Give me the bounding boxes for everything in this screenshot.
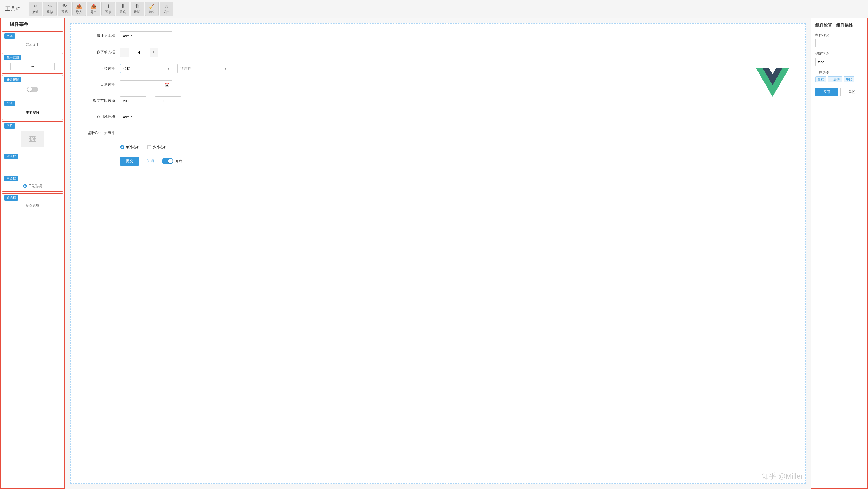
checkbox-demo[interactable]: 多选选项 — [26, 203, 39, 208]
watermark: 知乎 @Miller — [762, 471, 803, 481]
vue-logo — [756, 65, 789, 99]
preview-button[interactable]: 👁 预览 — [58, 2, 71, 16]
range-input-from[interactable] — [10, 63, 29, 70]
undo-button[interactable]: ↩ 撤销 — [29, 2, 42, 16]
number-range-tag: 数字范围 — [4, 55, 21, 60]
left-panel: ☰ 组件菜单 文本 普通文本 数字范围 ～ 开关按钮 — [0, 18, 65, 489]
import-label: 导入 — [76, 10, 82, 14]
number-range-inputs: ～ — [120, 96, 181, 105]
toggle-on-track[interactable] — [162, 158, 173, 164]
range-to-input[interactable] — [155, 96, 181, 105]
image-section: 图片 🖼 — [2, 121, 63, 150]
radio-option-1-label: 单选选项 — [126, 145, 140, 150]
bind-field-label: 绑定字段 — [815, 52, 863, 56]
select-field-label: 下拉选择 — [86, 66, 115, 71]
toggle-tag: 开关按钮 — [4, 77, 21, 83]
option-tag-2[interactable]: 牛奶 — [843, 76, 855, 83]
select-field-row: 下拉选择 蛋糕 请选择 — [86, 64, 789, 73]
chevron-down-icon-1 — [168, 67, 169, 71]
number-decrease-button[interactable]: − — [120, 48, 129, 57]
submit-button[interactable]: 提交 — [120, 157, 139, 165]
checkbox-label: 多选选项 — [26, 203, 39, 208]
redo-label: 重做 — [47, 10, 53, 14]
vue-logo-area — [756, 65, 789, 100]
import-button[interactable]: 📥 导入 — [72, 2, 86, 16]
checkbox-tag: 多选框 — [4, 195, 18, 201]
close-toolbar-label: 关闭 — [163, 10, 169, 14]
button-tag: 按钮 — [4, 101, 15, 106]
close-toolbar-icon: ✕ — [164, 3, 168, 9]
text-field-input[interactable] — [120, 31, 172, 40]
plain-text-item[interactable]: 普通文本 — [26, 42, 39, 47]
toggle-on-label: 开启 — [175, 159, 182, 163]
apply-button[interactable]: 应用 — [815, 88, 838, 96]
range-tilde: ～ — [31, 64, 34, 69]
range-input-to[interactable] — [36, 63, 55, 70]
date-input[interactable] — [120, 80, 172, 89]
image-demo[interactable]: 🖼 — [21, 131, 44, 147]
listen-field-row: 监听Change事件 — [86, 129, 789, 137]
tab-component-settings[interactable]: 组件设置 — [815, 23, 832, 28]
close-toolbar-button[interactable]: ✕ 关闭 — [160, 2, 173, 16]
number-input[interactable] — [129, 48, 150, 57]
export-button[interactable]: 📤 导出 — [87, 2, 100, 16]
radio-section: 单选框 单选选项 — [2, 174, 63, 192]
dropdown-options-list: 蛋糕 千层饼 牛奶 — [815, 76, 863, 83]
range-from-input[interactable] — [120, 96, 146, 105]
panel-header: ☰ 组件菜单 — [1, 19, 64, 30]
option-tag-1[interactable]: 千层饼 — [828, 76, 842, 83]
dropdown-options-section: 下拉选项 蛋糕 千层饼 牛奶 — [815, 70, 863, 83]
slot-input[interactable] — [120, 112, 167, 121]
close-action-label[interactable]: 关闭 — [147, 159, 154, 163]
calendar-icon — [165, 83, 169, 87]
radio-option-2[interactable]: 多选选项 — [147, 145, 166, 150]
listen-input[interactable] — [120, 129, 172, 137]
clear-button[interactable]: 🧹 清空 — [145, 2, 159, 16]
bind-field-input[interactable] — [815, 58, 863, 66]
canvas-area: 普通文本框 数字输入框 − + 下拉选择 蛋糕 — [70, 23, 806, 484]
component-id-label: 组件标识 — [815, 33, 863, 37]
date-field-row: 日期选择 — [86, 80, 789, 89]
range-row: ～ — [10, 63, 55, 70]
slot-field-row: 作用域插槽 — [86, 112, 789, 121]
menu-icon: ☰ — [4, 22, 7, 26]
radio-demo[interactable]: 单选选项 — [23, 184, 42, 188]
component-id-input[interactable] — [815, 39, 863, 47]
number-range-section: 数字范围 ～ — [2, 53, 63, 73]
dropdown-options-label: 下拉选项 — [815, 70, 863, 75]
text-content: 普通文本 — [2, 40, 63, 49]
set-top-button[interactable]: ⬆ 置顶 — [101, 2, 115, 16]
image-content: 🖼 — [2, 130, 63, 148]
set-bottom-button[interactable]: ⬇ 置底 — [116, 2, 129, 16]
select-dropdown-2[interactable]: 请选择 — [177, 64, 229, 73]
option-tag-0[interactable]: 蛋糕 — [815, 76, 827, 83]
listen-field-label: 监听Change事件 — [86, 131, 115, 135]
button-section: 按钮 主要按钮 — [2, 99, 63, 120]
main-button-demo[interactable]: 主要按钮 — [21, 108, 44, 117]
slot-field-label: 作用域插槽 — [86, 115, 115, 119]
reset-button[interactable]: 重置 — [840, 88, 863, 96]
select-value-1: 蛋糕 — [123, 66, 130, 71]
redo-button[interactable]: ↪ 重做 — [43, 2, 57, 16]
radio-option-1[interactable]: 单选选项 — [120, 145, 140, 150]
input-demo[interactable] — [12, 162, 53, 169]
number-range-label: 数字范围选择 — [86, 98, 115, 103]
number-field-label: 数字输入框 — [86, 50, 115, 55]
number-range-content: ～ — [2, 62, 63, 71]
set-top-icon: ⬆ — [106, 3, 110, 9]
select-dropdown-1[interactable]: 蛋糕 — [120, 64, 172, 73]
text-section: 文本 普通文本 — [2, 31, 63, 52]
set-top-label: 置顶 — [105, 10, 111, 14]
delete-button[interactable]: 🗑 删除 — [130, 2, 144, 16]
number-increase-button[interactable]: + — [150, 48, 158, 57]
number-range-row: 数字范围选择 ～ — [86, 96, 789, 105]
radio-filled-icon — [120, 145, 124, 149]
set-bottom-label: 置底 — [120, 10, 126, 14]
right-btn-row: 应用 重置 — [815, 88, 863, 96]
radio-option-2-label: 多选选项 — [153, 145, 166, 150]
date-field-label: 日期选择 — [86, 83, 115, 87]
input-tag: 输入框 — [4, 154, 18, 159]
component-id-section: 组件标识 — [815, 33, 863, 47]
toggle-demo[interactable] — [27, 87, 38, 92]
tab-component-props[interactable]: 组件属性 — [836, 23, 853, 28]
